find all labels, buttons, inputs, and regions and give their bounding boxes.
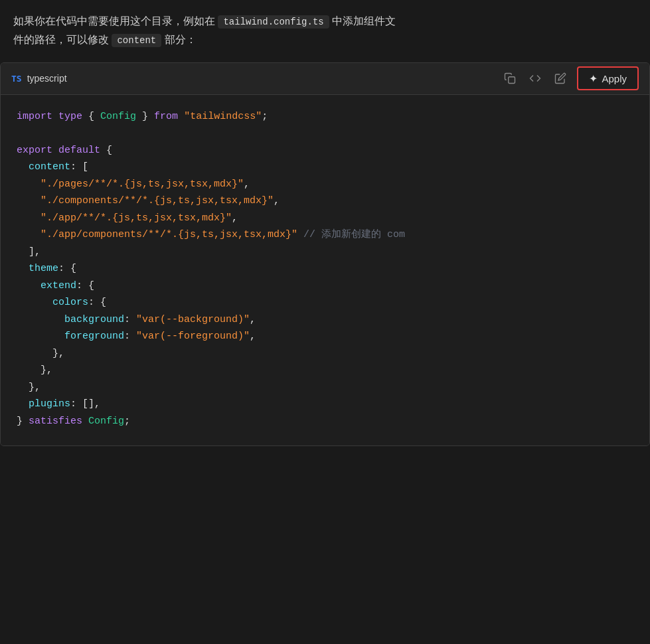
apply-button[interactable]: ✦ Apply	[577, 66, 639, 90]
code-body: import type { Config } from "tailwindcss…	[1, 95, 649, 446]
inline-code-content: content	[112, 34, 161, 47]
format-icon	[529, 72, 541, 84]
ts-badge: TS	[11, 74, 22, 84]
top-description: 如果你在代码中需要使用这个目录，例如在 tailwind.config.ts 中…	[0, 0, 650, 58]
copy-button[interactable]	[501, 70, 519, 87]
code-header-left: TS typescript	[11, 73, 67, 84]
apply-label: Apply	[602, 73, 627, 84]
desc-line1: 如果你在代码中需要使用这个目录，例如在 tailwind.config.ts 中…	[13, 15, 396, 27]
code-header-actions: ✦ Apply	[501, 66, 639, 90]
edit-button[interactable]	[552, 70, 569, 87]
sparkle-icon: ✦	[589, 72, 598, 85]
copy-icon	[504, 72, 516, 84]
edit-icon	[554, 72, 566, 84]
code-block: TS typescript	[0, 62, 650, 447]
inline-code-tailwind: tailwind.config.ts	[218, 15, 329, 29]
file-name-label: typescript	[27, 73, 67, 84]
page-container: 如果你在代码中需要使用这个目录，例如在 tailwind.config.ts 中…	[0, 0, 650, 446]
svg-rect-0	[509, 77, 515, 84]
format-button[interactable]	[527, 70, 544, 87]
code-header: TS typescript	[1, 63, 649, 95]
desc-line2: 件的路径，可以修改 content 部分：	[13, 34, 197, 45]
